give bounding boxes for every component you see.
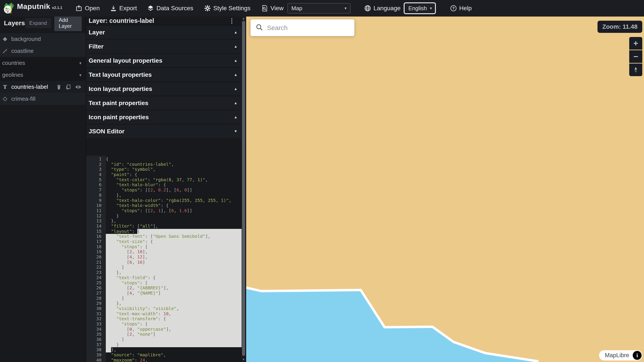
open-label: Open <box>85 5 100 12</box>
code-line: [4, "{NAME}"] <box>106 291 242 296</box>
info-icon[interactable]: i <box>633 351 642 360</box>
line-number: 2 <box>86 162 106 167</box>
line-number: 37 <box>86 342 106 347</box>
map-canvas[interactable]: Search Zoom: 11.48 + − ▲ ▼ MapLibre i <box>246 17 644 362</box>
map-geometry <box>246 17 644 362</box>
app-version: v2.1.1 <box>52 6 62 10</box>
code-line: "text-halo-blur": { <box>106 182 242 188</box>
export-button[interactable]: Export <box>110 5 137 12</box>
help-button[interactable]: ? Help <box>450 5 472 12</box>
maputnik-logo-icon <box>3 2 14 14</box>
diamond-filled-icon <box>2 36 8 42</box>
layer-actions <box>56 84 82 90</box>
section-text-paint[interactable]: Text paint properties ▲ <box>86 96 246 110</box>
brand: Maputnik v2.1.1 <box>3 2 62 14</box>
code-line: }, <box>106 218 242 224</box>
line-number: 24 <box>86 275 106 280</box>
code-line: [0, "uppercase"], <box>106 327 242 332</box>
line-number: 20 <box>86 255 106 260</box>
layer-group-label: geolines <box>2 72 23 78</box>
collapse-arrow-icon: ▲ <box>234 115 238 119</box>
code-line: "id": "countries-label", <box>106 162 242 167</box>
line-number: 38 <box>86 347 106 352</box>
delete-icon[interactable] <box>56 84 62 90</box>
maputnik-app: Maputnik v2.1.1 Open Export Data Sources <box>0 0 644 362</box>
view-select[interactable]: Map ▾ <box>288 3 350 14</box>
code-line: ] <box>106 296 242 301</box>
panel-scrollbar[interactable]: ▲ ▼ <box>242 17 246 362</box>
line-number: 17 <box>86 239 106 244</box>
style-settings-button[interactable]: Style Settings <box>204 5 250 12</box>
language-select[interactable]: English ▾ <box>405 4 434 13</box>
line-number: 6 <box>86 182 106 188</box>
section-icon-paint[interactable]: Icon paint properties ▲ <box>86 110 246 124</box>
help-label: Help <box>459 5 472 12</box>
line-number: 21 <box>86 260 106 265</box>
layer-item-countries-label[interactable]: T countries-label <box>0 81 86 93</box>
section-general-layout[interactable]: General layout properties ▲ <box>86 53 246 67</box>
language-group: Language English ▾ <box>364 3 436 14</box>
map-attribution: MapLibre i <box>599 350 642 360</box>
scrollbar-thumb[interactable] <box>242 21 245 356</box>
compass-south-icon: ▼ <box>634 70 638 73</box>
line-number: 23 <box>86 270 106 275</box>
section-json-editor[interactable]: JSON Editor ▼ <box>86 124 246 138</box>
add-layer-button[interactable]: Add Layer <box>54 15 82 31</box>
line-number: 33 <box>86 321 106 327</box>
line-number: 25 <box>86 280 106 286</box>
attribution-link[interactable]: MapLibre <box>605 352 629 359</box>
kebab-menu-icon[interactable]: ⋮ <box>229 17 235 24</box>
code-line: "paint": { <box>106 172 242 177</box>
layer-group-countries[interactable]: countries ▾ <box>0 57 86 69</box>
line-number: 12 <box>86 213 106 219</box>
layer-item-crimea-fill[interactable]: crimea-fill <box>0 93 86 105</box>
duplicate-icon[interactable] <box>66 84 71 90</box>
code-line: "stops": [ <box>106 244 242 250</box>
scrollbar-up-icon[interactable]: ▲ <box>242 17 246 21</box>
layer-item-label: coastline <box>11 48 34 54</box>
code-line: "layout": { <box>106 229 242 234</box>
chevron-down-icon: ▾ <box>79 72 82 78</box>
code-line: ] <box>106 337 242 342</box>
collapse-arrow-icon: ▲ <box>234 73 238 77</box>
code-line: "stops": [[2, 1], [6, 1.6]] <box>106 208 242 213</box>
open-button[interactable]: Open <box>76 5 100 12</box>
section-icon-layout[interactable]: Icon layout properties ▲ <box>86 82 246 96</box>
line-number: 28 <box>86 296 106 301</box>
scrollbar-down-icon[interactable]: ▼ <box>242 358 246 361</box>
collapse-arrow-icon: ▲ <box>234 59 238 63</box>
line-number: 9 <box>86 198 106 203</box>
gear-icon <box>204 5 211 12</box>
chevron-down-icon: ▾ <box>79 61 82 66</box>
code-line: "source": "maplibre", <box>106 352 242 358</box>
chevron-down-icon: ▾ <box>344 6 346 11</box>
layer-editor-header: Layer: countries-label ⋮ <box>86 17 246 25</box>
help-icon: ? <box>450 5 457 12</box>
layer-item-label: countries-label <box>11 84 48 90</box>
layer-group-geolines[interactable]: geolines ▾ <box>0 69 86 81</box>
line-number: 31 <box>86 311 106 316</box>
line-number: 1 <box>86 157 106 162</box>
visibility-icon[interactable] <box>75 85 82 89</box>
open-icon <box>76 5 82 12</box>
section-filter[interactable]: Filter ▲ <box>86 39 246 53</box>
compass-button[interactable]: ▲ ▼ <box>629 64 642 76</box>
layer-editor-panel: Layer: countries-label ⋮ Layer ▲ Filter … <box>86 17 246 362</box>
layer-item-background[interactable]: background <box>0 33 86 45</box>
line-number: 10 <box>86 203 106 208</box>
line-icon <box>2 48 8 54</box>
map-search-box[interactable]: Search <box>250 19 354 36</box>
data-sources-button[interactable]: Data Sources <box>147 5 193 12</box>
json-code-editor[interactable]: 1234567891011121314151617181920212223242… <box>86 155 242 362</box>
line-number: 40 <box>86 358 106 362</box>
zoom-in-button[interactable]: + <box>629 37 642 50</box>
expand-button[interactable]: Expand <box>25 18 51 28</box>
zoom-out-button[interactable]: − <box>629 50 642 63</box>
code-line: "text-size": { <box>106 239 242 244</box>
diamond-outline-icon <box>2 96 8 102</box>
line-number: 8 <box>86 193 106 198</box>
layer-item-coastline[interactable]: coastline <box>0 45 86 57</box>
section-text-layout[interactable]: Text layout properties ▲ <box>86 67 246 82</box>
collapse-arrow-icon: ▲ <box>234 44 238 49</box>
section-layer[interactable]: Layer ▲ <box>86 25 246 39</box>
